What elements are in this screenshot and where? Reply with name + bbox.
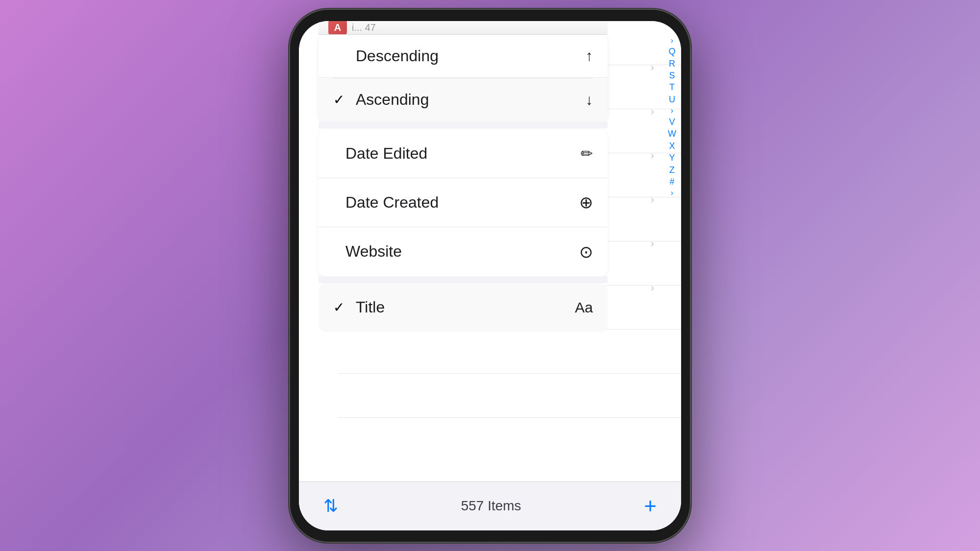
- website-label: Website: [345, 242, 402, 261]
- row-chevron-5: ›: [651, 222, 654, 266]
- section-gap-1: [318, 121, 608, 128]
- alphabet-index[interactable]: › Q R S T U › V W X Y Z # ›: [668, 36, 676, 199]
- alphabet-letter-z[interactable]: Z: [669, 165, 675, 176]
- section-gap-2: [318, 276, 608, 283]
- phone-screen: › › › › › › › Q R S T U › V W X Y: [299, 21, 681, 530]
- title-label: Title: [356, 298, 385, 316]
- items-count: 557 Items: [461, 498, 521, 514]
- date-edited-label: Date Edited: [345, 144, 427, 163]
- alphabet-chevron-bottom[interactable]: ›: [671, 188, 673, 198]
- alphabet-letter-v[interactable]: V: [669, 117, 675, 128]
- sort-toolbar-icon[interactable]: ⇅: [323, 496, 338, 516]
- row-chevron-1: ›: [651, 46, 654, 90]
- row-chevron-3: ›: [651, 134, 654, 178]
- alphabet-chevron-top[interactable]: ›: [671, 36, 673, 46]
- sort-dropdown: A i... 47 ✓ Descending ↑: [318, 21, 608, 332]
- header-partial-text: i... 47: [352, 22, 376, 33]
- sort-fields-section: Date Edited ✏ Date Created ⊕ Website ⊙: [318, 129, 608, 276]
- alphabet-letter-y[interactable]: Y: [669, 152, 675, 164]
- alphabet-letter-r[interactable]: R: [669, 58, 675, 70]
- sort-website-item[interactable]: Website ⊙: [318, 227, 608, 276]
- bg-row-9: [338, 374, 681, 418]
- alphabet-chevron-mid[interactable]: ›: [671, 106, 673, 116]
- alphabet-letter-t[interactable]: T: [669, 82, 675, 93]
- alphabet-letter-w[interactable]: W: [668, 128, 676, 140]
- sort-descending-left: ✓ Descending: [333, 47, 439, 65]
- phone-frame: › › › › › › › Q R S T U › V W X Y: [289, 9, 691, 543]
- descending-arrow-icon: ↑: [586, 48, 593, 64]
- website-icon: ⊙: [579, 242, 593, 262]
- title-item-left: ✓ Title: [333, 298, 385, 316]
- ascending-checkmark: ✓: [333, 92, 347, 108]
- date-created-icon: ⊕: [579, 192, 593, 212]
- row-chevrons: › › › › › ›: [651, 46, 654, 354]
- descending-label: Descending: [356, 47, 439, 65]
- alphabet-letter-u[interactable]: U: [669, 94, 675, 105]
- sort-ascending-item[interactable]: ✓ Ascending ↓: [318, 78, 608, 121]
- bg-row-8: [338, 330, 681, 374]
- sort-direction-section: ✓ Descending ↑ ✓ Ascending ↓: [318, 35, 608, 121]
- bottom-toolbar: ⇅ 557 Items +: [299, 481, 681, 530]
- sort-descending-item[interactable]: ✓ Descending ↑: [318, 35, 608, 78]
- sort-date-created-item[interactable]: Date Created ⊕: [318, 178, 608, 227]
- home-indicator: [451, 532, 529, 535]
- alphabet-letter-s[interactable]: S: [669, 70, 675, 81]
- sort-ascending-left: ✓ Ascending: [333, 91, 429, 109]
- sort-title-item[interactable]: ✓ Title Aa: [318, 283, 608, 332]
- row-chevron-6: ›: [651, 266, 654, 310]
- alphabet-letter-hash[interactable]: #: [669, 176, 674, 188]
- row-chevron-7: [651, 310, 654, 354]
- header-avatar: A: [328, 21, 347, 35]
- row-chevron-2: ›: [651, 90, 654, 134]
- date-created-label: Date Created: [345, 193, 439, 212]
- row-chevron-4: ›: [651, 178, 654, 222]
- sort-date-edited-item[interactable]: Date Edited ✏: [318, 129, 608, 178]
- alphabet-letter-x[interactable]: X: [669, 141, 675, 152]
- alphabet-letter-q[interactable]: Q: [668, 46, 675, 57]
- date-edited-icon: ✏: [581, 145, 593, 162]
- title-icon: Aa: [575, 299, 593, 316]
- ascending-label: Ascending: [356, 91, 429, 109]
- ascending-arrow-icon: ↓: [586, 92, 593, 108]
- title-checkmark: ✓: [333, 299, 347, 315]
- add-button[interactable]: +: [644, 494, 657, 518]
